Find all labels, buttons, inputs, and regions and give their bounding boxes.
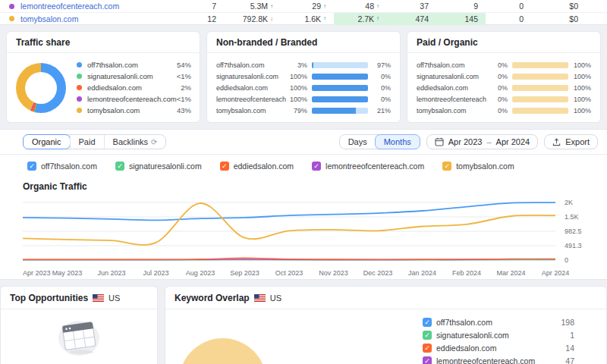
organic-research-panel: OrganicPaidBacklinks⟳ DaysMonths Apr 202… xyxy=(0,129,607,280)
legend-dot-icon xyxy=(77,74,82,79)
table-metric-cell: 474 xyxy=(387,13,436,25)
bar-right-percent: 0% xyxy=(368,73,391,80)
table-metric-cell: 37 xyxy=(387,0,436,12)
overlap-checkbox[interactable]: ✓ xyxy=(423,318,432,327)
bar-left-percent: 0% xyxy=(486,107,508,115)
bar-track xyxy=(312,108,368,114)
metric-value: 48 xyxy=(365,2,374,11)
bar-track xyxy=(512,85,568,91)
metric-value: 0 xyxy=(519,2,524,11)
series-checkbox[interactable]: ✓ xyxy=(442,162,451,171)
tab-paid[interactable]: Paid xyxy=(70,135,104,149)
tab-backlinks[interactable]: Backlinks⟳ xyxy=(104,135,166,149)
table-metric-cell: 48↑ xyxy=(334,0,387,12)
series-legend-item: ✓signaturesalonli.com xyxy=(115,162,202,171)
domain-color-dot-icon xyxy=(9,4,14,9)
legend-percent-value: <1% xyxy=(177,95,191,103)
summary-cards-row: Traffic share off7thsalon.com54%signatur… xyxy=(6,31,601,123)
bar-left-percent: 100% xyxy=(286,96,307,103)
overlap-domain-label: off7thsalon.com xyxy=(436,318,561,327)
trend-up-icon: ↑ xyxy=(323,15,326,22)
branded-bar-row: off7thsalon.com3%97% xyxy=(216,59,391,71)
bar-left-percent: 100% xyxy=(286,73,307,80)
bar-domain-label: signaturesalonli.com xyxy=(417,73,486,80)
traffic-share-legend: off7thsalon.com54%signaturesalonli.com<1… xyxy=(77,59,191,116)
keyword-overlap-region: US xyxy=(270,293,281,303)
series-legend-item: ✓tomybsalon.com xyxy=(442,162,514,171)
table-row: lemontreeofcentereach.com75.3M↑29↑48↑379… xyxy=(0,0,607,12)
trend-up-icon: ↑ xyxy=(376,3,379,10)
venn-circle-tomybsalon.com xyxy=(179,338,266,364)
legend-dot-icon xyxy=(77,96,82,102)
series-legend-label: lemontreeofcentereach.com xyxy=(326,162,424,171)
overlap-checkbox[interactable]: ✓ xyxy=(423,356,432,364)
branded-bar-row: tomybsalon.com79%21% xyxy=(216,105,391,116)
x-axis-tick-label: Apr 2023 xyxy=(23,269,51,277)
bar-fill xyxy=(312,74,368,80)
date-range-to: Apr 2024 xyxy=(496,137,530,146)
traffic-share-legend-item: lemontreeofcentereach.com<1% xyxy=(77,93,191,105)
period-toggle: DaysMonths xyxy=(339,134,420,149)
bar-fill xyxy=(312,62,313,68)
y-axis-tick-label: 1.5K xyxy=(565,213,579,221)
empty-state-illustration xyxy=(51,315,107,358)
bar-right-percent: 0% xyxy=(368,84,391,92)
bar-left-percent: 0% xyxy=(486,61,508,69)
top-opportunities-card: Top Opportunities US xyxy=(0,286,158,364)
legend-dot-icon xyxy=(77,85,82,90)
traffic-share-legend-item: off7thsalon.com54% xyxy=(77,59,191,71)
y-axis-tick-label: 982.5 xyxy=(565,228,582,235)
period-option-days[interactable]: Days xyxy=(340,135,376,149)
period-option-months[interactable]: Months xyxy=(375,134,420,149)
legend-domain-label: eddiedsalon.com xyxy=(87,83,181,92)
paid-organic-card: Paid / Organic off7thsalon.com0%100%sign… xyxy=(407,31,601,123)
chart-series-legend: ✓off7thsalon.com✓signaturesalonli.com✓ed… xyxy=(0,155,607,174)
legend-domain-label: lemontreeofcentereach.com xyxy=(87,95,177,103)
bar-fill xyxy=(312,108,356,114)
date-range-picker[interactable]: Apr 2023 – Apr 2024 xyxy=(426,134,538,149)
keyword-overlap-legend: ✓off7thsalon.com198✓signaturesalonli.com… xyxy=(423,315,574,364)
overlap-checkbox[interactable]: ✓ xyxy=(423,331,432,340)
chart-x-axis-labels: Apr 2023May 2023Jun 2023Jul 2023Aug 2023… xyxy=(23,269,602,279)
y-axis-tick-label: 2K xyxy=(565,199,573,206)
non-branded-branded-card: Non-branded / Branded off7thsalon.com3%9… xyxy=(206,31,401,123)
keyword-overlap-venn: ✓off7thsalon.com198✓signaturesalonli.com… xyxy=(165,309,606,364)
bar-domain-label: lemontreeofcentereach.com xyxy=(216,96,286,103)
metric-value: 5.3M xyxy=(250,2,268,11)
non-branded-branded-bars: off7thsalon.com3%97%signaturesalonli.com… xyxy=(207,53,400,122)
table-metric-cell: 0 xyxy=(486,13,531,25)
x-axis-tick-label: Mar 2024 xyxy=(496,269,525,277)
series-legend-item: ✓lemontreeofcentereach.com xyxy=(312,162,424,171)
legend-domain-label: tomybsalon.com xyxy=(87,106,177,115)
series-legend-item: ✓off7thsalon.com xyxy=(27,162,97,171)
series-checkbox[interactable]: ✓ xyxy=(312,162,321,171)
table-metric-cell: $0 xyxy=(531,0,586,12)
bar-left-percent: 3% xyxy=(286,61,307,69)
x-axis-tick-label: Oct 2023 xyxy=(275,269,304,277)
bar-track xyxy=(512,62,568,68)
overlap-legend-item: ✓lemontreeofcentereach.com47 xyxy=(423,354,574,364)
series-checkbox[interactable]: ✓ xyxy=(220,162,229,171)
paid-bar-row: tomybsalon.com0%100% xyxy=(417,105,591,116)
tab-organic[interactable]: Organic xyxy=(23,134,71,149)
series-legend-label: tomybsalon.com xyxy=(456,162,514,171)
table-metric-cell: 792.8K↓ xyxy=(224,13,281,25)
organic-traffic-title: Organic Traffic xyxy=(0,174,607,196)
bar-track xyxy=(512,96,568,102)
bar-left-percent: 100% xyxy=(286,84,307,92)
overlap-checkbox[interactable]: ✓ xyxy=(423,344,432,353)
legend-dot-icon xyxy=(77,62,82,67)
series-checkbox[interactable]: ✓ xyxy=(115,162,124,171)
y-axis-tick-label: 0 xyxy=(565,256,568,264)
series-checkbox[interactable]: ✓ xyxy=(27,162,36,171)
export-button[interactable]: Export xyxy=(544,134,598,149)
organic-traffic-chart-svg: 2K1.5K982.5491.30 xyxy=(23,196,602,266)
domain-link[interactable]: lemontreeofcentereach.com xyxy=(20,2,119,11)
traffic-share-legend-item: signaturesalonli.com<1% xyxy=(77,71,191,82)
bar-fill xyxy=(312,85,368,91)
bar-track xyxy=(512,108,568,114)
domain-link[interactable]: tomybsalon.com xyxy=(20,14,78,24)
tab-label: Organic xyxy=(32,137,61,146)
paid-bar-row: eddiedsalon.com0%100% xyxy=(417,82,591,93)
bar-track xyxy=(512,74,568,80)
